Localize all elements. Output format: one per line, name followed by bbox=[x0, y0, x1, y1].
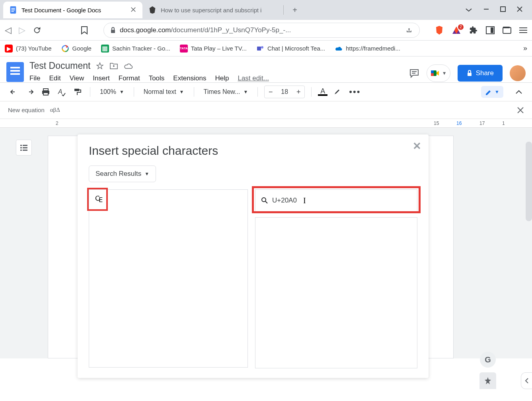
character-grid: ₠ bbox=[89, 189, 248, 368]
svg-point-33 bbox=[262, 198, 266, 202]
tab-separator bbox=[283, 5, 284, 15]
character-result[interactable]: ₠ bbox=[89, 190, 108, 209]
search-icon bbox=[261, 197, 268, 204]
account-avatar[interactable] bbox=[510, 65, 526, 81]
svg-rect-32 bbox=[23, 150, 27, 151]
menu-file[interactable]: File bbox=[29, 74, 40, 82]
reload-button[interactable] bbox=[33, 26, 41, 35]
back-button[interactable]: ◁ bbox=[5, 25, 12, 35]
docs-header: Test Document File Edit View Insert Form… bbox=[0, 56, 532, 82]
side-panel-expand[interactable] bbox=[521, 372, 532, 389]
bookmarks-overflow-icon[interactable]: » bbox=[523, 44, 527, 53]
equation-toolbar: New equation αβΔ bbox=[0, 101, 532, 119]
brave-shield-icon[interactable] bbox=[435, 25, 444, 35]
url-bar[interactable]: docs.google.com/document/d/1hP_y_UsnQ7Yo… bbox=[103, 23, 420, 38]
window-controls bbox=[465, 6, 529, 14]
bookmark-item[interactable]: ▦ Sachin Tracker - Go... bbox=[101, 45, 170, 53]
close-window-icon[interactable] bbox=[517, 6, 522, 14]
extensions-icon[interactable] bbox=[469, 26, 478, 35]
svg-rect-18 bbox=[431, 70, 434, 73]
share-url-icon[interactable] bbox=[405, 26, 413, 34]
character-search-box: I bbox=[255, 189, 417, 212]
docs-logo-icon[interactable] bbox=[6, 62, 24, 82]
redo-button[interactable] bbox=[24, 89, 36, 95]
more-toolbar-button[interactable]: ••• bbox=[347, 87, 362, 97]
explore-button[interactable] bbox=[479, 372, 496, 389]
bookmarks-bar: ▶ (73) YouTube Google ▦ Sachin Tracker -… bbox=[0, 41, 532, 56]
font-size-increase[interactable]: + bbox=[292, 86, 304, 98]
menu-help[interactable]: Help bbox=[215, 74, 229, 82]
tata-icon: TATA bbox=[180, 45, 188, 53]
document-title[interactable]: Test Document bbox=[29, 60, 90, 71]
meet-button[interactable]: ▼ bbox=[427, 64, 450, 82]
zoom-dropdown[interactable]: 100%▼ bbox=[97, 88, 127, 95]
text-color-button[interactable]: A bbox=[318, 88, 327, 96]
star-icon[interactable] bbox=[96, 62, 104, 70]
move-folder-icon[interactable] bbox=[109, 62, 118, 70]
spellcheck-button[interactable]: A bbox=[56, 88, 68, 96]
grammarly-icon[interactable]: G bbox=[480, 352, 496, 368]
font-dropdown[interactable]: Times New...▼ bbox=[201, 88, 251, 95]
paint-format-button[interactable] bbox=[72, 88, 84, 96]
new-equation-button[interactable]: New equation bbox=[8, 107, 45, 113]
outline-toggle-button[interactable] bbox=[16, 140, 32, 156]
dialog-close-button[interactable]: ✕ bbox=[413, 140, 421, 152]
teams-icon bbox=[256, 45, 264, 53]
menu-format[interactable]: Format bbox=[119, 74, 140, 82]
menu-extensions[interactable]: Extensions bbox=[173, 74, 206, 82]
new-tab-button[interactable]: + bbox=[288, 6, 301, 15]
svg-text:A: A bbox=[58, 88, 62, 95]
vertical-scrollbar[interactable] bbox=[526, 142, 532, 221]
search-tabs-icon[interactable] bbox=[465, 6, 472, 14]
print-button[interactable] bbox=[40, 88, 52, 96]
editing-mode-button[interactable]: ▼ bbox=[481, 86, 503, 98]
highlight-button[interactable] bbox=[331, 88, 343, 96]
sidebar-icon[interactable] bbox=[486, 26, 495, 34]
last-edit-link[interactable]: Last edit... bbox=[238, 74, 269, 82]
menu-tools[interactable]: Tools bbox=[149, 74, 165, 82]
browser-tab-inactive[interactable]: How to use superscript and subscript i bbox=[142, 2, 282, 18]
svg-rect-20 bbox=[468, 73, 472, 76]
menu-edit[interactable]: Edit bbox=[49, 74, 60, 82]
font-size-value[interactable]: 18 bbox=[277, 88, 292, 95]
category-dropdown[interactable]: Search Results ▼ bbox=[89, 165, 156, 182]
close-icon[interactable] bbox=[131, 7, 137, 13]
draw-character-box[interactable] bbox=[255, 217, 417, 368]
svg-rect-21 bbox=[43, 89, 48, 91]
close-equation-bar-icon[interactable] bbox=[517, 107, 524, 114]
svg-rect-31 bbox=[20, 150, 22, 151]
style-dropdown[interactable]: Normal text▼ bbox=[140, 88, 187, 95]
bookmark-item[interactable]: Chat | Microsoft Tea... bbox=[256, 45, 325, 53]
undo-button[interactable] bbox=[8, 89, 20, 95]
browser-tab-active[interactable]: Test Document - Google Docs bbox=[3, 2, 142, 18]
dialog-title: Insert special characters bbox=[89, 144, 417, 158]
svg-rect-2 bbox=[11, 10, 15, 10]
ruler[interactable]: 2 15 16 17 1 bbox=[0, 119, 532, 128]
greek-letters-button[interactable]: αβΔ bbox=[50, 107, 60, 113]
google-icon bbox=[61, 45, 69, 53]
share-button[interactable]: Share bbox=[458, 65, 503, 82]
character-search-input[interactable] bbox=[272, 197, 411, 204]
font-size-decrease[interactable]: − bbox=[265, 86, 277, 98]
tab-title: Test Document - Google Docs bbox=[21, 7, 127, 14]
brave-rewards-icon[interactable]: 2 bbox=[452, 26, 461, 35]
bookmark-item[interactable]: https://framedmedi... bbox=[335, 45, 400, 53]
svg-rect-26 bbox=[334, 95, 341, 95]
forward-button[interactable]: ▷ bbox=[19, 25, 25, 35]
url-text: docs.google.com/document/d/1hP_y_UsnQ7Yo… bbox=[120, 26, 401, 34]
collapse-toolbar-button[interactable] bbox=[514, 90, 524, 94]
bookmark-item[interactable]: Google bbox=[61, 45, 92, 53]
menu-icon[interactable] bbox=[519, 27, 527, 33]
wallet-icon[interactable] bbox=[503, 26, 511, 34]
sheets-icon: ▦ bbox=[101, 45, 109, 53]
menu-view[interactable]: View bbox=[70, 74, 84, 82]
special-characters-dialog: ✕ Insert special characters Search Resul… bbox=[78, 134, 429, 378]
bookmark-icon[interactable] bbox=[80, 26, 88, 35]
bookmark-item[interactable]: TATA Tata Play – Live TV... bbox=[180, 45, 247, 53]
maximize-icon[interactable] bbox=[500, 6, 506, 14]
bookmark-item[interactable]: ▶ (73) YouTube bbox=[5, 45, 52, 53]
cloud-status-icon[interactable] bbox=[124, 62, 133, 70]
menu-insert[interactable]: Insert bbox=[93, 74, 110, 82]
minimize-icon[interactable] bbox=[483, 6, 489, 14]
comment-history-icon[interactable] bbox=[409, 68, 419, 78]
